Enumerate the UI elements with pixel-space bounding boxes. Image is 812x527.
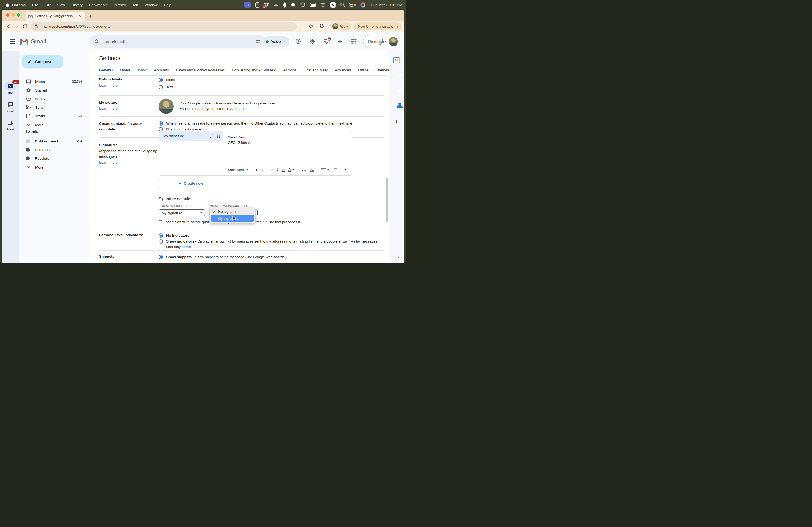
menu-profiles[interactable]: Profiles xyxy=(114,3,126,7)
menu-help[interactable]: Help xyxy=(164,3,171,7)
main-menu-icon[interactable] xyxy=(7,36,18,47)
update-chrome-button[interactable]: New Chrome available⋮ xyxy=(354,22,402,30)
tab-forwarding[interactable]: Forwarding and POP/IMAP xyxy=(232,65,276,75)
radio-no-indicators[interactable]: No indicators xyxy=(159,233,384,238)
label-item-receipts[interactable]: Receipts xyxy=(19,154,86,163)
tab-inbox[interactable]: Inbox xyxy=(138,65,147,75)
sidebar-item-more[interactable]: More xyxy=(19,120,86,129)
tab-themes[interactable]: Themes xyxy=(376,65,389,75)
extensions-puzzle-icon[interactable] xyxy=(317,22,325,30)
edit-pencil-icon[interactable] xyxy=(210,134,214,138)
tab-addons[interactable]: Add-ons xyxy=(283,65,296,75)
search-placeholder[interactable]: Search mail xyxy=(103,40,251,44)
tab-filters[interactable]: Filters and Blocked Addresses xyxy=(176,65,225,75)
google-one-gem-icon[interactable]: 1 xyxy=(321,36,331,47)
rail-item-mail[interactable]: 99+ Mail xyxy=(2,82,19,94)
menu-view[interactable]: View xyxy=(57,3,65,7)
window-zoom-button[interactable] xyxy=(17,13,20,17)
tab-offline[interactable]: Offline xyxy=(358,65,369,75)
learn-more-link[interactable]: Learn more xyxy=(99,84,118,88)
menu-tab[interactable]: Tab xyxy=(132,3,138,7)
underline-button[interactable]: U xyxy=(282,167,285,172)
control-center-icon[interactable] xyxy=(349,2,356,7)
label-item-enterprise[interactable]: Enterprise xyxy=(19,146,86,154)
address-bar[interactable]: mail.google.com/mail/u/0/#settings/gener… xyxy=(31,22,297,31)
tab-accounts[interactable]: Accounts xyxy=(154,65,169,75)
about-me-link[interactable]: About me xyxy=(230,107,246,111)
sidebar-item-drafts[interactable]: Drafts23 xyxy=(19,111,86,120)
font-size-button[interactable]: TT▼ xyxy=(256,167,263,172)
text-color-button[interactable]: A▼ xyxy=(288,167,294,172)
checkbox-icon[interactable] xyxy=(159,220,162,224)
clock-status-icon[interactable] xyxy=(301,2,305,7)
display-status-icon[interactable] xyxy=(310,2,316,7)
menu-window[interactable]: Window xyxy=(144,3,157,7)
tab-advanced[interactable]: Advanced xyxy=(335,65,351,75)
radio-auto-add-contacts[interactable]: When I send a message to a new person, a… xyxy=(159,121,384,126)
signature-editor[interactable]: Yuval Karmi CEO, Glitter AI Sans Serif▼ … xyxy=(223,131,352,176)
sidebar-item-inbox[interactable]: Inbox12,357 xyxy=(19,77,86,86)
insert-link-icon[interactable] xyxy=(302,168,306,171)
device-status-icon[interactable] xyxy=(255,2,259,7)
search-options-icon[interactable] xyxy=(255,39,261,44)
menu-chrome[interactable]: Chrome xyxy=(12,3,26,7)
vertical-scrollbar[interactable] xyxy=(387,178,388,222)
window-minimize-button[interactable] xyxy=(12,13,15,17)
learn-more-link[interactable]: Learn more xyxy=(99,107,118,110)
profile-picture[interactable] xyxy=(159,99,174,114)
get-addons-icon[interactable]: + xyxy=(395,119,398,125)
create-new-signature-button[interactable]: + Create new xyxy=(159,179,223,188)
search-bar[interactable]: Search mail xyxy=(89,35,265,48)
screen-sharing-icon[interactable] xyxy=(244,2,251,7)
spotlight-search-icon[interactable] xyxy=(340,2,345,7)
url-text[interactable]: mail.google.com/mail/u/0/#settings/gener… xyxy=(42,25,110,28)
menu-bookmarks[interactable]: Bookmarks xyxy=(89,3,107,7)
new-emails-signature-select[interactable]: My signature˅ xyxy=(159,209,205,216)
oval-status-icon[interactable] xyxy=(283,2,286,7)
profile-chip[interactable]: Work xyxy=(331,22,351,30)
window-close-button[interactable] xyxy=(6,13,10,17)
insert-image-icon[interactable] xyxy=(310,168,314,172)
bookmark-star-icon[interactable] xyxy=(307,22,315,30)
account-avatar[interactable] xyxy=(389,37,398,46)
browser-tab[interactable]: Settings - yuval@glitter.io - G ✕ xyxy=(26,12,85,21)
gemini-sparkle-icon[interactable] xyxy=(335,36,345,47)
settings-gear-icon[interactable] xyxy=(307,36,317,47)
collapse-panel-icon[interactable]: › xyxy=(398,255,399,259)
create-label-icon[interactable]: + xyxy=(80,128,84,134)
status-selector[interactable]: Active xyxy=(262,36,289,47)
calendar-icon[interactable]: 31 xyxy=(393,57,400,63)
sidebar-item-sent[interactable]: Sent xyxy=(19,103,86,111)
new-tab-button[interactable]: + xyxy=(89,14,92,19)
numbered-list-icon[interactable]: 123 xyxy=(333,168,337,172)
menu-file[interactable]: File xyxy=(32,3,38,7)
google-account-pill[interactable]: Google xyxy=(363,35,400,48)
search-icon[interactable] xyxy=(94,39,100,44)
wifi-icon[interactable] xyxy=(320,2,326,7)
menu-history[interactable]: History xyxy=(71,3,83,7)
forward-button[interactable] xyxy=(13,22,21,30)
rail-item-chat[interactable]: Chat xyxy=(2,100,19,113)
delete-trash-icon[interactable] xyxy=(217,134,220,138)
radio-text[interactable]: Text xyxy=(159,85,384,90)
rail-item-meet[interactable]: Meet xyxy=(2,119,19,131)
bold-button[interactable]: B xyxy=(271,167,274,172)
learn-more-link[interactable]: Learn more xyxy=(99,161,118,165)
tab-labels[interactable]: Labels xyxy=(120,65,130,75)
dropdown-option-no-signature[interactable]: ✓ No signature xyxy=(210,208,255,215)
back-button[interactable] xyxy=(4,22,13,30)
tab-chat-meet[interactable]: Chat and Meet xyxy=(304,65,328,75)
chrome-menu-icon[interactable]: ⋮ xyxy=(395,24,399,28)
vpn-mountain-icon[interactable] xyxy=(273,2,279,7)
compose-button[interactable]: Compose xyxy=(22,55,63,68)
radio-icons[interactable]: Icons xyxy=(159,77,384,82)
reload-button[interactable] xyxy=(21,22,29,30)
sidebar-item-starred[interactable]: Starred xyxy=(19,86,86,94)
signature-list-item[interactable]: My signature xyxy=(159,131,223,141)
label-item-more[interactable]: More xyxy=(19,163,86,171)
italic-button[interactable]: I xyxy=(277,167,278,172)
font-family-select[interactable]: Sans Serif▼ xyxy=(228,168,248,172)
tab-general[interactable]: General xyxy=(99,65,113,75)
align-button[interactable]: ▼ xyxy=(321,168,329,171)
google-apps-grid-icon[interactable] xyxy=(349,36,359,47)
